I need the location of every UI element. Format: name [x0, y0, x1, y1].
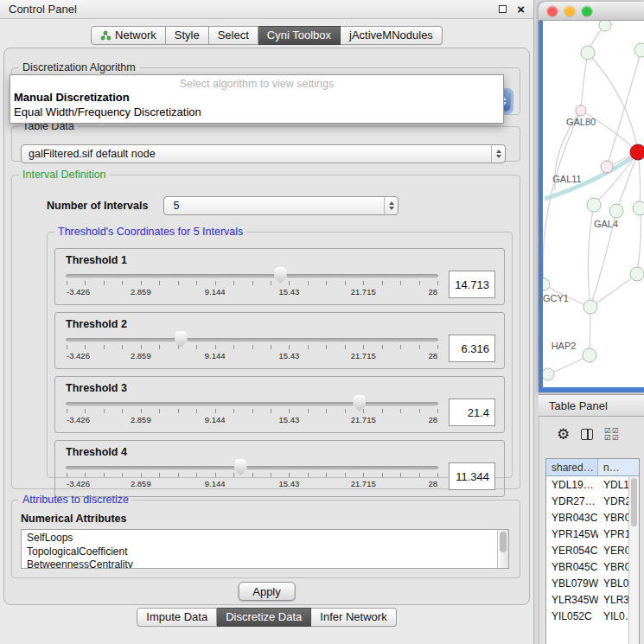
list-item[interactable]: SelfLoops: [27, 532, 508, 545]
network-node[interactable]: [576, 105, 586, 116]
tab-select[interactable]: Select: [209, 26, 258, 45]
threshold-3-value-field[interactable]: 21.4: [449, 399, 495, 426]
gear-icon[interactable]: [557, 427, 570, 442]
network-node[interactable]: [543, 278, 550, 290]
table-cell: YBL079W: [546, 575, 598, 591]
list-item[interactable]: TopologicalCoefficient: [27, 545, 508, 559]
control-panel: Control Panel Network Style Select Cyni …: [0, 0, 534, 644]
table-row[interactable]: YDL19…YDL1…: [546, 476, 639, 493]
close-traffic-light-icon[interactable]: [547, 6, 558, 16]
tab-style[interactable]: Style: [166, 26, 209, 45]
number-of-intervals-row: Number of Intervals 5: [47, 196, 399, 215]
network-edge[interactable]: [637, 208, 641, 274]
scrollbar-thumb[interactable]: [631, 478, 637, 526]
list-item[interactable]: BetweennessCentrality: [27, 558, 508, 569]
algorithm-dropdown-popup: Select algorithm to view settings Manual…: [10, 74, 504, 124]
table-row[interactable]: YBR045CYBR0…: [546, 558, 639, 575]
tab-label: Cyni Toolbox: [267, 29, 331, 41]
network-edge[interactable]: [588, 53, 638, 152]
threshold-2-value-field[interactable]: 6.316: [449, 335, 495, 362]
dropdown-option[interactable]: Manual Discretization: [10, 90, 503, 105]
threshold-1-value-field[interactable]: 14.713: [449, 271, 495, 298]
float-window-icon[interactable]: [499, 5, 507, 13]
network-edge[interactable]: [638, 152, 641, 208]
threshold-3-slider[interactable]: -3.4262.8599.14415.4321.71528: [66, 394, 438, 430]
tab-network[interactable]: Network: [91, 26, 166, 45]
scrollbar-thumb[interactable]: [500, 532, 507, 552]
combobox-stepper-icon[interactable]: [384, 197, 398, 214]
tab-impute-data[interactable]: Impute Data: [137, 608, 217, 627]
table-cell: YBR045C: [546, 558, 598, 575]
column-header-name[interactable]: n…: [598, 459, 639, 476]
tab-cyni-toolbox[interactable]: Cyni Toolbox: [258, 26, 341, 45]
network-node[interactable]: [609, 204, 623, 218]
thresholds-group: Threshold's Coordinates for 5 Intervals …: [47, 226, 513, 478]
tab-label: jActiveMNodules: [349, 29, 433, 41]
threshold-4-value-field[interactable]: 11.344: [449, 462, 495, 490]
threshold-label: Threshold 2: [66, 318, 495, 330]
slider-track[interactable]: [66, 338, 438, 341]
network-node[interactable]: [581, 46, 595, 60]
network-edge[interactable]: [581, 53, 588, 111]
slider-track[interactable]: [66, 274, 438, 277]
table-header-row: shared… n…: [546, 459, 639, 476]
checkbox-grid-icon[interactable]: [604, 428, 620, 441]
column-header-shared-name[interactable]: shared…: [546, 459, 598, 476]
network-node[interactable]: [587, 198, 601, 212]
table-cell: YDL19…: [546, 476, 598, 493]
table-scrollbar[interactable]: [628, 476, 639, 644]
table-row[interactable]: YIL052CYIL0…: [546, 608, 639, 624]
network-node[interactable]: [583, 348, 596, 362]
selected-node[interactable]: [630, 144, 644, 160]
threshold-label: Threshold 3: [66, 382, 495, 394]
network-node[interactable]: [634, 43, 644, 57]
control-panel-titlebar: Control Panel: [0, 0, 533, 19]
threshold-1-slider[interactable]: -3.4262.8599.14415.4321.71528: [66, 266, 438, 303]
list-scrollbar[interactable]: [497, 530, 508, 568]
slider-track[interactable]: [66, 466, 438, 469]
table-row[interactable]: YLR345WYLR3…: [546, 591, 639, 608]
network-node[interactable]: [633, 201, 644, 215]
table-row[interactable]: YDR27…YDR2…: [546, 493, 639, 509]
tab-label: Style: [175, 29, 200, 41]
number-of-intervals-value: 5: [164, 200, 384, 212]
network-view[interactable]: GAL80GAL11GAL4GCY1HAP2: [539, 21, 644, 392]
slider-track[interactable]: [66, 402, 438, 405]
network-node[interactable]: [601, 161, 613, 173]
node-label: GAL11: [552, 174, 581, 184]
number-of-intervals-label: Number of Intervals: [47, 200, 148, 212]
dropdown-option[interactable]: Equal Width/Frequency Discretization: [10, 105, 503, 119]
threshold-block-4: Threshold 4 -3.4262.8599.14415.4321.7152…: [54, 440, 505, 497]
tab-jactivemnodules[interactable]: jActiveMNodules: [341, 26, 443, 45]
network-window-titlebar: [539, 2, 644, 21]
tab-discretize-data[interactable]: Discretize Data: [217, 608, 311, 627]
tab-label: Impute Data: [146, 610, 207, 623]
network-node[interactable]: [599, 21, 611, 31]
apply-button[interactable]: Apply: [238, 582, 296, 601]
network-node[interactable]: [543, 368, 554, 380]
threshold-4-slider[interactable]: -3.4262.8599.14415.4321.71528: [66, 458, 438, 494]
table-row[interactable]: YBR043CYBR0…: [546, 509, 639, 526]
combobox-stepper-icon[interactable]: [491, 145, 505, 163]
number-of-intervals-combobox[interactable]: 5: [163, 196, 399, 215]
columns-icon[interactable]: [581, 429, 593, 440]
table-data-combobox[interactable]: galFiltered.sif default node: [21, 144, 506, 163]
node-label: HAP2: [552, 341, 577, 351]
node-label: GAL80: [566, 117, 596, 127]
slider-scale-labels: -3.4262.8599.14415.4321.71528: [67, 351, 437, 361]
zoom-traffic-light-icon[interactable]: [582, 6, 592, 16]
tab-infer-network[interactable]: Infer Network: [311, 608, 396, 627]
table-row[interactable]: YBL079WYBL0…: [546, 575, 639, 591]
table-cell: YLR345W: [546, 591, 598, 608]
minimize-traffic-light-icon[interactable]: [564, 6, 575, 16]
numerical-attributes-list[interactable]: SelfLoopsTopologicalCoefficientBetweenne…: [21, 529, 509, 569]
table-row[interactable]: YER054CYER0…: [546, 542, 639, 558]
table-row[interactable]: YPR145WYPR1…: [546, 526, 639, 542]
network-icon: [100, 30, 111, 41]
network-node[interactable]: [583, 300, 597, 314]
close-icon[interactable]: [517, 3, 525, 16]
threshold-2-slider[interactable]: -3.4262.8599.14415.4321.71528: [66, 330, 438, 367]
tab-label: Network: [115, 29, 156, 41]
network-node[interactable]: [630, 267, 644, 281]
network-edge[interactable]: [590, 274, 637, 307]
